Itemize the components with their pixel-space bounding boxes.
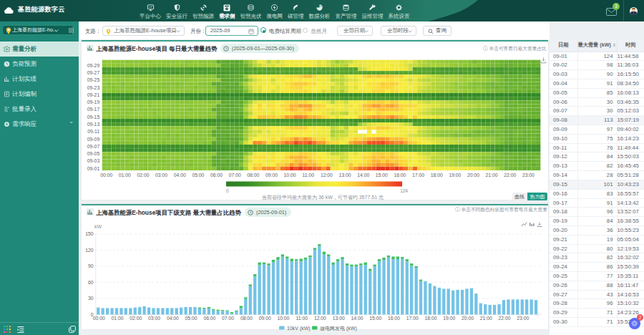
svg-text:03:00: 03:00 [148,316,160,321]
svg-text:21:00: 21:00 [480,316,492,321]
svg-text:10:00: 10:00 [277,316,289,321]
svg-text:14:00: 14:00 [351,316,363,321]
svg-text:17:00: 17:00 [406,316,419,321]
svg-text:19:00: 19:00 [443,316,455,321]
svg-text:02:00: 02:00 [130,316,142,321]
svg-text:150: 150 [85,231,94,236]
svg-text:15:00: 15:00 [369,316,381,321]
svg-text:07:00: 07:00 [222,316,234,321]
svg-text:微电网发电 (kW): 微电网发电 (kW) [320,326,357,331]
svg-text:11:00: 11:00 [296,316,308,321]
svg-text:22:00: 22:00 [498,316,510,321]
svg-text:04:00: 04:00 [167,316,179,321]
svg-text:01:00: 01:00 [112,316,124,321]
svg-text:00:00: 00:00 [93,316,105,321]
svg-text:09:00: 09:00 [259,316,271,321]
svg-text:20:00: 20:00 [462,316,474,321]
svg-text:18:00: 18:00 [424,316,436,321]
svg-text:06:00: 06:00 [203,316,215,321]
svg-text:13:00: 13:00 [333,316,345,321]
svg-text:120: 120 [85,248,94,253]
svg-text:90: 90 [88,263,94,268]
svg-text:16:00: 16:00 [388,316,400,321]
svg-text:60: 60 [88,280,94,285]
svg-text:12:00: 12:00 [314,316,326,321]
svg-text:30: 30 [88,296,94,301]
svg-text:23:00: 23:00 [517,316,529,321]
svg-text:10kV (kW): 10kV (kW) [287,326,311,331]
svg-text:kW: kW [94,224,102,229]
svg-text:08:00: 08:00 [240,316,253,321]
svg-text:05:00: 05:00 [185,316,197,321]
